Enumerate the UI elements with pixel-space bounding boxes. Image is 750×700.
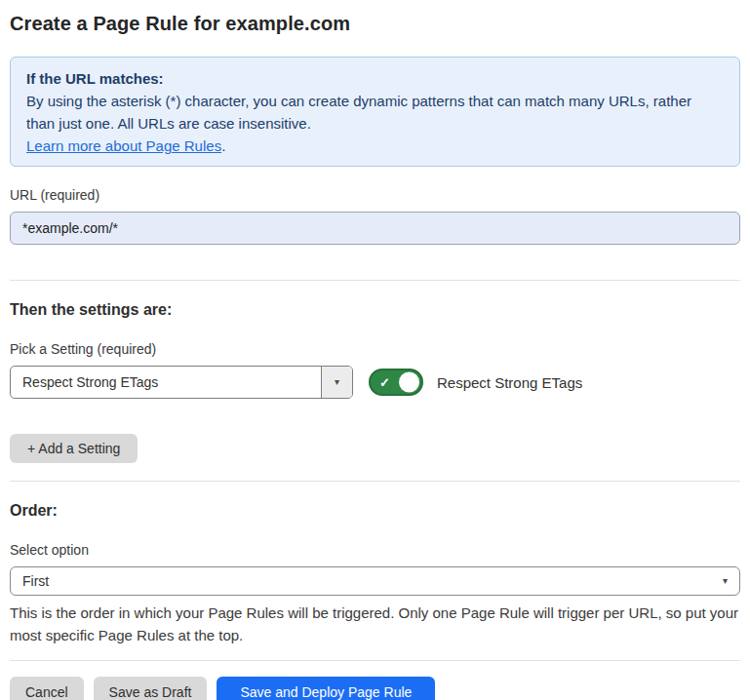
info-box-link-line: Learn more about Page Rules. [26,135,724,157]
url-field-label: URL (required) [10,187,740,204]
divider-footer [10,660,740,661]
setting-picker-label: Pick a Setting (required) [10,341,740,358]
chevron-down-icon: ▾ [723,576,728,586]
setting-toggle[interactable]: ✓ [369,369,423,396]
order-select-value: First [22,573,49,589]
check-icon: ✓ [379,376,390,389]
order-select-label: Select option [10,542,740,559]
page-title: Create a Page Rule for example.com [10,12,740,35]
toggle-knob [399,372,419,393]
url-input[interactable] [10,212,740,245]
toggle-label: Respect Strong ETags [437,374,582,391]
learn-more-link[interactable]: Learn more about Page Rules [26,137,221,154]
setting-row: Respect Strong ETags ▾ ✓ Respect Strong … [10,366,740,399]
save-deploy-button[interactable]: Save and Deploy Page Rule [217,677,435,700]
settings-section-heading: Then the settings are: [10,300,740,320]
save-draft-button[interactable]: Save as Draft [94,677,208,700]
divider-settings-order [10,481,740,482]
url-match-info-box: If the URL matches: By using the asteris… [10,57,740,167]
cancel-button[interactable]: Cancel [10,677,84,700]
info-box-body: By using the asterisk (*) character, you… [26,90,724,135]
add-setting-button[interactable]: + Add a Setting [10,434,138,463]
order-select[interactable]: First ▾ [10,566,740,596]
order-help-text: This is the order in which your Page Rul… [10,602,740,646]
setting-select-value: Respect Strong ETags [11,367,321,398]
setting-select-arrow-button[interactable]: ▾ [321,367,352,398]
setting-select[interactable]: Respect Strong ETags ▾ [10,366,353,399]
link-suffix-period: . [221,137,225,154]
create-page-rule-form: Create a Page Rule for example.com If th… [0,0,750,700]
info-box-heading: If the URL matches: [26,67,724,90]
footer-actions: Cancel Save as Draft Save and Deploy Pag… [10,677,740,700]
order-section-heading: Order: [10,501,740,521]
divider-url-settings [10,280,740,281]
chevron-down-icon: ▾ [335,377,339,387]
